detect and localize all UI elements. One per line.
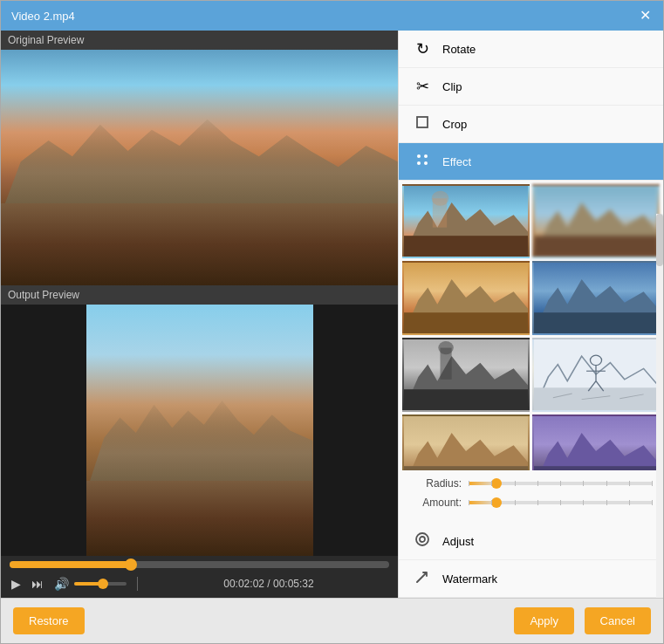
time-sep: / bbox=[264, 578, 273, 590]
volume-container: 🔊 bbox=[52, 575, 127, 593]
effect-thumb-normal[interactable] bbox=[402, 184, 530, 258]
clip-label: Clip bbox=[442, 80, 462, 93]
svg-rect-37 bbox=[404, 466, 528, 470]
clip-icon: ✂ bbox=[413, 77, 432, 96]
effect-thumb-sepia[interactable] bbox=[402, 414, 530, 470]
output-preview-image bbox=[86, 305, 313, 556]
scrollbar-track bbox=[656, 214, 663, 598]
rotate-icon: ↻ bbox=[413, 39, 432, 58]
title-bar: Video 2.mp4 ✕ bbox=[1, 1, 663, 31]
radius-slider-row: Radius: bbox=[409, 477, 653, 490]
amount-slider-row: Amount: bbox=[409, 497, 653, 509]
volume-handle[interactable] bbox=[98, 579, 108, 589]
amount-handle[interactable] bbox=[491, 497, 502, 508]
svg-rect-40 bbox=[534, 466, 658, 470]
left-panel: Original Preview Output Preview bbox=[1, 31, 398, 598]
main-content: Original Preview Output Preview bbox=[1, 31, 663, 598]
svg-rect-7 bbox=[404, 236, 528, 257]
radius-handle[interactable] bbox=[491, 478, 502, 489]
progress-bar[interactable] bbox=[10, 561, 389, 568]
volume-slider[interactable] bbox=[74, 582, 127, 586]
effect-thumb-warm[interactable] bbox=[402, 261, 530, 335]
svg-rect-21 bbox=[404, 389, 528, 410]
svg-point-23 bbox=[438, 341, 453, 354]
sidebar-item-clip[interactable]: ✂ Clip bbox=[399, 68, 663, 106]
watermark-label: Watermark bbox=[442, 572, 497, 586]
amount-track[interactable] bbox=[469, 501, 653, 504]
svg-point-41 bbox=[416, 533, 428, 545]
effect-thumb-bw[interactable] bbox=[402, 338, 530, 412]
svg-rect-12 bbox=[534, 236, 658, 257]
svg-line-43 bbox=[417, 573, 426, 582]
controls-row: ▶ ⏭ 🔊 00:02:02 / 00:05:32 bbox=[10, 575, 389, 593]
progress-fill bbox=[10, 561, 131, 568]
adjust-icon bbox=[413, 531, 432, 551]
svg-point-42 bbox=[420, 537, 425, 542]
svg-point-4 bbox=[424, 161, 428, 165]
sidebar-item-adjust[interactable]: Adjust bbox=[399, 523, 663, 560]
cancel-button[interactable]: Cancel bbox=[585, 607, 651, 634]
radius-track[interactable] bbox=[469, 482, 653, 485]
player-controls: ▶ ⏭ 🔊 00:02:02 / 00:05:32 bbox=[1, 556, 398, 598]
time-display: 00:02:02 / 00:05:32 bbox=[148, 578, 389, 590]
effect-label: Effect bbox=[442, 155, 471, 168]
bottom-menu: Adjust Watermark bbox=[399, 523, 663, 598]
svg-rect-18 bbox=[534, 312, 658, 333]
output-preview-area: Output Preview bbox=[1, 285, 398, 556]
adjust-label: Adjust bbox=[442, 535, 474, 548]
output-preview-label: Output Preview bbox=[1, 285, 398, 305]
bottom-bar: Restore Apply Cancel bbox=[1, 598, 663, 643]
menu-items: ↻ Rotate ✂ Clip Crop bbox=[399, 31, 663, 181]
effect-thumb-purple[interactable] bbox=[532, 414, 660, 470]
radius-label: Radius: bbox=[409, 477, 462, 490]
watermark-icon bbox=[413, 569, 432, 588]
sidebar-item-rotate[interactable]: ↻ Rotate bbox=[399, 31, 663, 68]
effect-grid bbox=[399, 181, 663, 470]
skip-forward-button[interactable]: ⏭ bbox=[30, 575, 45, 593]
progress-handle[interactable] bbox=[125, 558, 137, 571]
action-buttons: Apply Cancel bbox=[514, 607, 651, 634]
scrollbar-thumb[interactable] bbox=[656, 214, 663, 266]
divider bbox=[137, 577, 138, 591]
close-button[interactable]: ✕ bbox=[637, 8, 653, 24]
time-total: 00:05:32 bbox=[273, 578, 314, 590]
sidebar-item-watermark[interactable]: Watermark bbox=[399, 560, 663, 598]
svg-point-2 bbox=[424, 154, 428, 158]
svg-point-3 bbox=[417, 161, 421, 165]
main-window: Video 2.mp4 ✕ Original Preview Output Pr… bbox=[0, 0, 664, 644]
volume-icon[interactable]: 🔊 bbox=[52, 575, 71, 593]
effect-icon bbox=[413, 152, 432, 171]
effect-thumb-sketch[interactable] bbox=[532, 338, 660, 412]
effect-thumb-cool[interactable] bbox=[532, 261, 660, 335]
rotate-label: Rotate bbox=[442, 43, 476, 56]
svg-rect-26 bbox=[534, 387, 658, 410]
sidebar-item-effect[interactable]: Effect bbox=[399, 143, 663, 181]
original-preview bbox=[1, 50, 398, 285]
effect-thumb-blur[interactable] bbox=[532, 184, 660, 258]
right-panel: ↻ Rotate ✂ Clip Crop bbox=[398, 31, 663, 598]
restore-button[interactable]: Restore bbox=[13, 607, 85, 634]
crop-label: Crop bbox=[442, 118, 467, 131]
time-current: 00:02:02 bbox=[223, 578, 264, 590]
svg-rect-15 bbox=[404, 312, 528, 333]
play-button[interactable]: ▶ bbox=[10, 575, 23, 593]
preview-section: Original Preview Output Preview bbox=[1, 31, 398, 556]
sliders-section: Radius: Amount: bbox=[399, 470, 663, 523]
svg-point-9 bbox=[432, 191, 449, 206]
window-title: Video 2.mp4 bbox=[11, 10, 75, 23]
apply-button[interactable]: Apply bbox=[514, 607, 574, 634]
sidebar-item-crop[interactable]: Crop bbox=[399, 106, 663, 143]
original-preview-label: Original Preview bbox=[1, 31, 398, 50]
crop-icon bbox=[413, 114, 432, 134]
amount-label: Amount: bbox=[409, 497, 462, 509]
output-preview bbox=[1, 305, 398, 556]
svg-rect-0 bbox=[417, 117, 428, 127]
original-preview-image bbox=[1, 50, 398, 285]
svg-point-1 bbox=[417, 154, 421, 158]
